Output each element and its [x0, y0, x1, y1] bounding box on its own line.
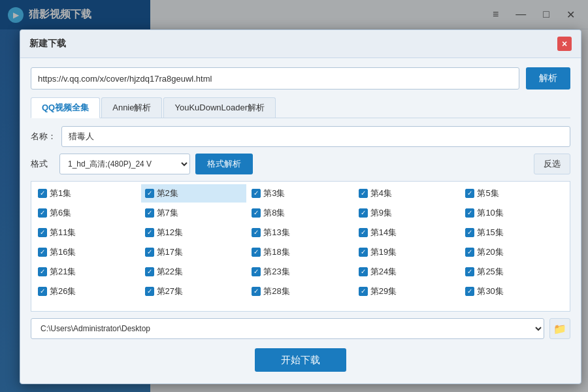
- episode-checkbox[interactable]: [465, 208, 474, 218]
- format-select[interactable]: 1_hd_高清;(480P)_24 V: [59, 154, 190, 174]
- tab-youku[interactable]: YouKuDownLoader解析: [163, 97, 276, 118]
- episode-label: 第29集: [370, 286, 397, 297]
- episode-item[interactable]: 第28集: [248, 282, 353, 301]
- episode-checkbox[interactable]: [359, 287, 368, 296]
- save-path-row: C:\Users\Administrator\Desktop 📁: [31, 318, 570, 339]
- episode-item[interactable]: 第1集: [34, 184, 140, 203]
- episode-item[interactable]: 第19集: [355, 243, 461, 261]
- episode-label: 第16集: [50, 246, 76, 258]
- episode-item[interactable]: 第13集: [248, 223, 353, 242]
- episode-item[interactable]: 第11集: [34, 223, 140, 242]
- episode-label: 第21集: [50, 266, 76, 278]
- episode-item[interactable]: 第27集: [141, 282, 247, 301]
- episodes-grid: 第1集第2集第3集第4集第5集第6集第7集第8集第9集第10集第11集第12集第…: [34, 184, 567, 301]
- reverse-button[interactable]: 反选: [534, 154, 570, 174]
- episode-label: 第11集: [50, 227, 76, 238]
- episode-item[interactable]: 第4集: [355, 184, 461, 203]
- episode-checkbox[interactable]: [38, 228, 47, 237]
- episode-checkbox[interactable]: [465, 248, 474, 257]
- episode-label: 第17集: [157, 246, 183, 258]
- episode-checkbox[interactable]: [145, 287, 154, 296]
- episode-checkbox[interactable]: [359, 228, 368, 237]
- episode-item[interactable]: 第20集: [461, 243, 567, 261]
- episode-checkbox[interactable]: [145, 267, 154, 276]
- episode-item[interactable]: 第22集: [141, 263, 247, 281]
- episode-item[interactable]: 第15集: [461, 223, 567, 242]
- episode-checkbox[interactable]: [359, 248, 368, 257]
- episode-item[interactable]: 第24集: [355, 263, 461, 281]
- episode-item[interactable]: 第9集: [355, 204, 461, 222]
- episode-item[interactable]: 第10集: [461, 204, 567, 222]
- episodes-container[interactable]: 第1集第2集第3集第4集第5集第6集第7集第8集第9集第10集第11集第12集第…: [31, 181, 570, 312]
- episode-label: 第25集: [477, 266, 503, 278]
- episode-checkbox[interactable]: [465, 287, 474, 296]
- episode-label: 第23集: [263, 266, 289, 278]
- episode-checkbox[interactable]: [465, 228, 474, 237]
- episode-label: 第12集: [157, 227, 183, 238]
- dialog-title: 新建下载: [29, 38, 66, 50]
- url-input[interactable]: [31, 67, 519, 90]
- episode-checkbox[interactable]: [38, 208, 47, 218]
- episode-label: 第20集: [477, 246, 503, 258]
- episode-label: 第8集: [263, 207, 285, 219]
- episode-checkbox[interactable]: [252, 267, 261, 276]
- episode-checkbox[interactable]: [38, 287, 47, 296]
- dialog-close-button[interactable]: ×: [557, 37, 572, 51]
- episode-checkbox[interactable]: [145, 228, 154, 237]
- episode-item[interactable]: 第7集: [141, 204, 247, 222]
- episode-checkbox[interactable]: [145, 248, 154, 257]
- episode-item[interactable]: 第12集: [141, 223, 247, 242]
- episode-label: 第5集: [477, 188, 498, 199]
- episode-label: 第2集: [157, 188, 178, 199]
- episode-item[interactable]: 第21集: [34, 263, 140, 281]
- dialog-titlebar: 新建下载 ×: [20, 30, 581, 58]
- episode-checkbox[interactable]: [252, 287, 261, 296]
- episode-checkbox[interactable]: [359, 267, 368, 276]
- episode-label: 第19集: [370, 246, 397, 258]
- episode-item[interactable]: 第6集: [34, 204, 140, 222]
- episode-item[interactable]: 第29集: [355, 282, 461, 301]
- episode-checkbox[interactable]: [465, 189, 474, 198]
- episode-checkbox[interactable]: [359, 208, 368, 218]
- format-row: 格式 1_hd_高清;(480P)_24 V 格式解析 反选: [31, 154, 570, 174]
- start-download-button[interactable]: 开始下载: [255, 348, 346, 372]
- parse-button[interactable]: 解析: [526, 67, 570, 90]
- episode-item[interactable]: 第8集: [248, 204, 353, 222]
- tabs-row: QQ视频全集 Annie解析 YouKuDownLoader解析: [31, 97, 570, 118]
- episode-label: 第26集: [50, 286, 76, 297]
- episode-checkbox[interactable]: [145, 189, 154, 198]
- tab-annie[interactable]: Annie解析: [101, 97, 162, 118]
- episode-checkbox[interactable]: [252, 189, 261, 198]
- episode-item[interactable]: 第16集: [34, 243, 140, 261]
- episode-label: 第18集: [263, 246, 289, 258]
- save-path-select[interactable]: C:\Users\Administrator\Desktop: [31, 318, 544, 339]
- folder-browse-button[interactable]: 📁: [549, 318, 570, 339]
- episode-item[interactable]: 第23集: [248, 263, 353, 281]
- episode-item[interactable]: 第18集: [248, 243, 353, 261]
- episode-checkbox[interactable]: [252, 228, 261, 237]
- episode-checkbox[interactable]: [252, 208, 261, 218]
- episode-label: 第27集: [157, 286, 183, 297]
- name-row: 名称：: [31, 126, 570, 147]
- episode-checkbox[interactable]: [38, 189, 47, 198]
- name-label: 名称：: [31, 131, 56, 142]
- episode-item[interactable]: 第14集: [355, 223, 461, 242]
- episode-checkbox[interactable]: [465, 267, 474, 276]
- episode-item[interactable]: 第30集: [461, 282, 567, 301]
- episode-item[interactable]: 第3集: [248, 184, 353, 203]
- episode-item[interactable]: 第5集: [461, 184, 567, 203]
- episode-checkbox[interactable]: [145, 208, 154, 218]
- name-input[interactable]: [61, 126, 570, 147]
- episode-checkbox[interactable]: [359, 189, 368, 198]
- episode-checkbox[interactable]: [252, 248, 261, 257]
- episode-item[interactable]: 第26集: [34, 282, 140, 301]
- episode-checkbox[interactable]: [38, 248, 47, 257]
- tab-qq-video[interactable]: QQ视频全集: [31, 97, 100, 118]
- episode-item[interactable]: 第25集: [461, 263, 567, 281]
- episode-label: 第24集: [370, 266, 397, 278]
- episode-checkbox[interactable]: [38, 267, 47, 276]
- episode-item[interactable]: 第17集: [141, 243, 247, 261]
- format-parse-button[interactable]: 格式解析: [195, 154, 253, 174]
- episode-item[interactable]: 第2集: [141, 184, 247, 203]
- format-label: 格式: [31, 158, 54, 170]
